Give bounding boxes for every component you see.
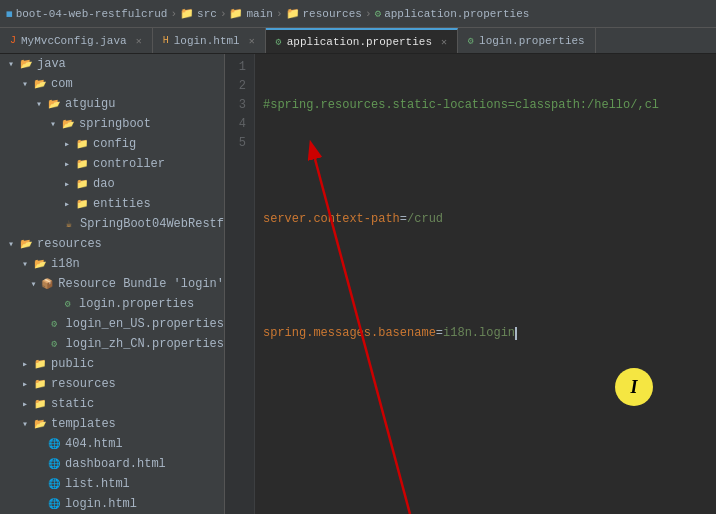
tab-label: MyMvcConfig.java	[21, 35, 127, 47]
folder-icon: 📁	[32, 357, 48, 371]
tree-arrow	[18, 258, 32, 270]
text-cursor	[515, 327, 517, 340]
tab-icon: ⚙	[468, 35, 474, 47]
top-bar: ◼ boot-04-web-restfulcrud › 📁 src › 📁 ma…	[0, 0, 716, 28]
tab-application-props[interactable]: ⚙ application.properties ✕	[266, 28, 458, 53]
folder-icon: 📂	[18, 237, 34, 251]
tab-close-btn[interactable]: ✕	[441, 36, 447, 48]
tree-arrow	[18, 378, 32, 390]
tree-item-springboot-class[interactable]: ☕SpringBoot04WebRestf	[0, 214, 224, 234]
tree-label: static	[51, 397, 94, 411]
tab-login-props[interactable]: ⚙ login.properties	[458, 28, 596, 53]
tree-label: com	[51, 77, 73, 91]
tree-arrow	[46, 118, 60, 130]
tree-label: list.html	[65, 477, 130, 491]
tree-arrow	[18, 418, 32, 430]
tree-label: resources	[51, 377, 116, 391]
tree-item-static[interactable]: 📁static	[0, 394, 224, 414]
tree-arrow	[18, 398, 32, 410]
tree-item-public[interactable]: 📁public	[0, 354, 224, 374]
folder-icon: 📁	[32, 377, 48, 391]
tab-icon: H	[163, 35, 169, 46]
tree-item-dao[interactable]: 📁dao	[0, 174, 224, 194]
tree-item-login-properties[interactable]: ⚙login.properties	[0, 294, 224, 314]
tree-arrow	[60, 158, 74, 170]
tree-arrow	[28, 278, 40, 290]
props-icon: ⚙	[60, 297, 76, 311]
tree-label: config	[93, 137, 136, 151]
tree-item-resources2[interactable]: 📁resources	[0, 374, 224, 394]
tree-arrow	[18, 78, 32, 90]
tree-item-resources[interactable]: 📂resources	[0, 234, 224, 254]
tab-bar: J MyMvcConfig.java ✕H login.html ✕⚙ appl…	[0, 28, 716, 54]
tree-label: login_zh_CN.properties	[66, 337, 224, 351]
folder-icon: 📂	[18, 57, 34, 71]
tab-close-btn[interactable]: ✕	[136, 35, 142, 47]
tab-login-html[interactable]: H login.html ✕	[153, 28, 266, 53]
tree-item-login-html-file[interactable]: 🌐login.html	[0, 494, 224, 514]
code-line-1: #spring.resources.static-locations=class…	[263, 96, 708, 115]
editor-panel[interactable]: 1 2 3 4 5 #spring.resources.static-locat…	[225, 54, 716, 514]
main-area: 📂java📂com📂atguigu📂springboot📁config📁cont…	[0, 54, 716, 514]
tree-label: resources	[37, 237, 102, 251]
code-line-5: spring.messages.basename=i18n.login	[263, 324, 708, 343]
annotation-circle: I	[615, 368, 653, 406]
tree-label: atguigu	[65, 97, 115, 111]
tree-label: springboot	[79, 117, 151, 131]
folder-icon-main: 📁	[229, 7, 243, 20]
tree-arrow	[4, 238, 18, 250]
tree-item-atguigu[interactable]: 📂atguigu	[0, 94, 224, 114]
folder-icon: 📂	[32, 77, 48, 91]
tree-label: SpringBoot04WebRestf	[80, 217, 224, 231]
folder-icon: 📁	[74, 157, 90, 171]
tree-item-templates[interactable]: 📂templates	[0, 414, 224, 434]
html-icon: 🌐	[46, 457, 62, 471]
tab-mymvcconfig[interactable]: J MyMvcConfig.java ✕	[0, 28, 153, 53]
project-tree: 📂java📂com📂atguigu📂springboot📁config📁cont…	[0, 54, 225, 514]
tree-item-dashboard-html[interactable]: 🌐dashboard.html	[0, 454, 224, 474]
tree-arrow	[60, 178, 74, 190]
tree-label: java	[37, 57, 66, 71]
folder-icon: 📁	[74, 197, 90, 211]
breadcrumb: ◼ boot-04-web-restfulcrud › 📁 src › 📁 ma…	[6, 7, 529, 20]
tab-icon: J	[10, 35, 16, 46]
tree-label: entities	[93, 197, 151, 211]
tree-label: Resource Bundle 'login'	[58, 277, 224, 291]
tree-item-config[interactable]: 📁config	[0, 134, 224, 154]
html-icon: 🌐	[46, 437, 62, 451]
tab-label: login.html	[174, 35, 240, 47]
folder-icon: 📁	[180, 7, 194, 20]
code-line-4	[263, 267, 708, 286]
html-icon: 🌐	[46, 497, 62, 511]
line-numbers: 1 2 3 4 5	[225, 54, 255, 514]
tree-item-entities[interactable]: 📁entities	[0, 194, 224, 214]
tree-item-springboot[interactable]: 📂springboot	[0, 114, 224, 134]
tab-label: login.properties	[479, 35, 585, 47]
tree-item-controller[interactable]: 📁controller	[0, 154, 224, 174]
tree-item-com[interactable]: 📂com	[0, 74, 224, 94]
tree-label: i18n	[51, 257, 80, 271]
bundle-icon: 📦	[39, 277, 55, 291]
tree-arrow	[60, 198, 74, 210]
circle-label: I	[630, 377, 637, 398]
tree-item-login-zh[interactable]: ⚙login_zh_CN.properties	[0, 334, 224, 354]
tree-item-list-html[interactable]: 🌐list.html	[0, 474, 224, 494]
tree-label: login.html	[65, 497, 137, 511]
tree-arrow	[60, 138, 74, 150]
tree-arrow	[4, 58, 18, 70]
tab-label: application.properties	[287, 36, 432, 48]
tree-item-resource-bundle[interactable]: 📦Resource Bundle 'login'	[0, 274, 224, 294]
tree-item-404-html[interactable]: 🌐404.html	[0, 434, 224, 454]
tree-item-login-en[interactable]: ⚙login_en_US.properties	[0, 314, 224, 334]
tab-close-btn[interactable]: ✕	[249, 35, 255, 47]
tree-item-java[interactable]: 📂java	[0, 54, 224, 74]
props-icon: ⚙	[47, 337, 63, 351]
code-area[interactable]: #spring.resources.static-locations=class…	[255, 54, 716, 514]
tree-label: controller	[93, 157, 165, 171]
folder-icon: 📂	[46, 97, 62, 111]
code-line-2	[263, 153, 708, 172]
tree-item-i18n[interactable]: 📂i18n	[0, 254, 224, 274]
tree-label: public	[51, 357, 94, 371]
folder-icon-resources: 📁	[286, 7, 300, 20]
folder-icon: 📂	[32, 257, 48, 271]
